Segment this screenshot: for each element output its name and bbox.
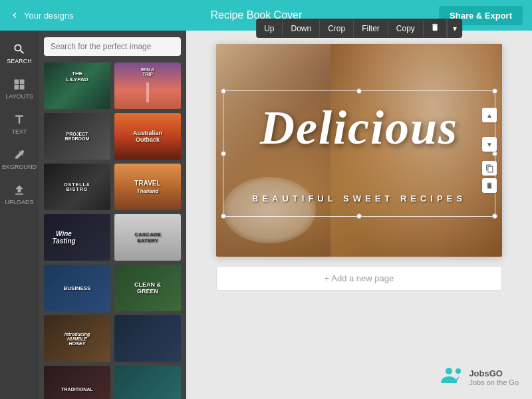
sidebar-text-label: TEXT <box>11 128 27 135</box>
duplicate-button[interactable] <box>482 161 497 176</box>
logo-name: JobsGO <box>469 368 519 379</box>
template-wine[interactable]: WineTasting <box>44 214 110 261</box>
element-toolbar: Up Down Crop Filter Copy ▾ <box>256 19 462 38</box>
svg-point-1 <box>456 368 461 374</box>
template-traditional[interactable]: TRADITIONAL <box>44 366 110 399</box>
canvas-card[interactable]: Delicious BEAUTIFUL SWEET RECIPES <box>216 44 502 257</box>
canvas-wrapper: Up Down Crop Filter Copy ▾ Delicious BEA… <box>216 44 502 257</box>
toolbar-up-button[interactable]: Up <box>256 20 283 37</box>
logo-icon <box>441 366 465 390</box>
template-business[interactable]: BUSINESS <box>44 265 110 311</box>
sidebar-uploads-label: UPLOADS <box>5 199 33 205</box>
toolbar-filter-button[interactable]: Filter <box>354 20 388 37</box>
sidebar-icons: SEARCH LAYOUTS TEXT BKGROUND UPLOADS <box>0 31 39 399</box>
app-body: SEARCH LAYOUTS TEXT BKGROUND UPLOADS THE… <box>0 31 532 399</box>
template-cascade[interactable]: CASCADEEATERY <box>114 214 181 261</box>
sidebar-search-label: SEARCH <box>7 58 32 65</box>
template-clean[interactable]: CLEAN &GREEN <box>114 265 181 311</box>
layer-number: 1 <box>487 125 492 134</box>
canvas-subtitle-text[interactable]: BEAUTIFUL SWEET RECIPES <box>229 194 489 203</box>
add-page-button[interactable]: + Add a new page <box>216 266 502 291</box>
logo-tagline: Jobs on the Go <box>469 378 519 386</box>
templates-panel: THELILYPAD WIN ATRIP PROJECTBEDROOM Aust… <box>39 31 186 399</box>
toolbar-delete-button[interactable] <box>424 19 447 38</box>
logo-text: JobsGO Jobs on the Go <box>469 368 519 388</box>
template-humble[interactable]: IntroducingHUMBLEHONEY <box>44 315 110 362</box>
toolbar-down-button[interactable]: Down <box>283 20 320 37</box>
template-paris[interactable]: WIN ATRIP <box>114 63 181 109</box>
template-outback[interactable]: AustralianOutback <box>114 113 181 160</box>
back-label: Your designs <box>24 11 74 21</box>
sidebar-layouts-label: LAYOUTS <box>5 93 33 100</box>
toolbar-more-button[interactable]: ▾ <box>447 20 462 37</box>
templates-grid: THELILYPAD WIN ATRIP PROJECTBEDROOM Aust… <box>44 63 181 399</box>
template-bistro[interactable]: OSTELLABISTRO <box>44 164 110 210</box>
svg-point-0 <box>446 368 452 374</box>
layer-up-button[interactable]: ▲ <box>482 108 497 122</box>
layer-down-button[interactable]: ▼ <box>482 137 497 152</box>
sidebar-item-background[interactable]: BKGROUND <box>0 142 39 177</box>
sidebar-item-uploads[interactable]: UPLOADS <box>0 177 39 212</box>
right-controls: ▲ 1 ▼ <box>482 108 497 193</box>
toolbar-copy-button[interactable]: Copy <box>388 20 424 37</box>
canvas-main-text[interactable]: Delicious <box>229 100 489 156</box>
template-bedroom[interactable]: PROJECTBEDROOM <box>44 113 110 160</box>
sidebar-item-search[interactable]: SEARCH <box>0 36 39 71</box>
template-teal[interactable] <box>114 366 181 399</box>
template-travel[interactable]: TRAVELThailand <box>114 164 181 210</box>
back-link[interactable]: Your designs <box>9 10 74 21</box>
plate-decoration <box>223 177 316 243</box>
sidebar-item-layouts[interactable]: LAYOUTS <box>0 71 39 106</box>
logo-area: JobsGO Jobs on the Go <box>441 366 519 390</box>
delete-layer-button[interactable] <box>482 178 497 193</box>
search-input[interactable] <box>44 37 181 56</box>
template-city[interactable] <box>114 315 181 362</box>
canvas-area: Up Down Crop Filter Copy ▾ Delicious BEA… <box>186 31 532 399</box>
template-lilypad[interactable]: THELILYPAD <box>44 63 110 109</box>
toolbar-crop-button[interactable]: Crop <box>320 20 354 37</box>
sidebar-item-text[interactable]: TEXT <box>0 106 39 142</box>
sidebar-bkground-label: BKGROUND <box>2 164 37 170</box>
